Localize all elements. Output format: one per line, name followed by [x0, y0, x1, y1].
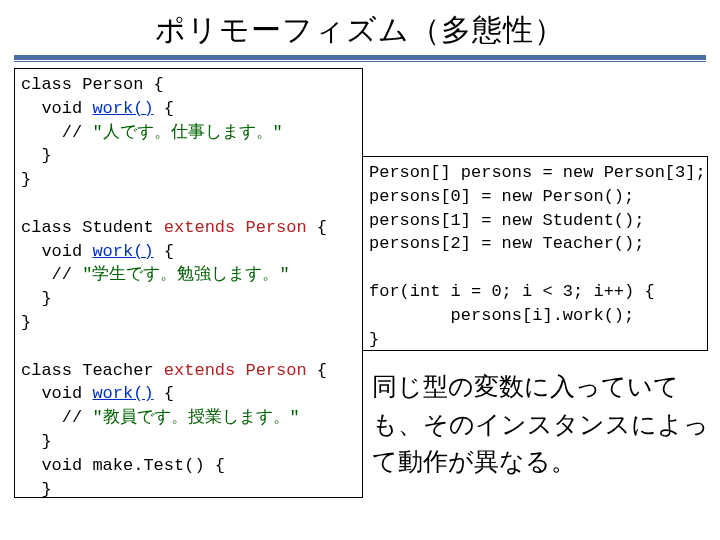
code-method: work()	[92, 99, 153, 118]
code-line: void make.Test() {	[21, 456, 225, 475]
code-line: {	[307, 218, 327, 237]
code-line: void	[21, 242, 92, 261]
code-line: }	[369, 330, 379, 349]
code-right: Person[] persons = new Person[3]; person…	[362, 156, 708, 351]
code-line: {	[154, 384, 174, 403]
code-method: work()	[92, 384, 153, 403]
code-line: void	[21, 384, 92, 403]
code-line: class Student	[21, 218, 164, 237]
code-line: {	[154, 99, 174, 118]
slide: ポリモーフィズム（多態性） class Person { void work()…	[0, 0, 720, 540]
code-line: //	[21, 123, 92, 142]
title-rule-thick	[14, 55, 706, 60]
title-area: ポリモーフィズム（多態性）	[14, 10, 706, 51]
content-area: class Person { void work() { // "人です。仕事し…	[14, 68, 706, 508]
title-rule-thin	[14, 61, 706, 62]
slide-title: ポリモーフィズム（多態性）	[14, 10, 706, 51]
code-line: }	[21, 289, 52, 308]
code-line: class Person {	[21, 75, 164, 94]
code-line: persons[1] = new Student();	[369, 211, 644, 230]
code-line: }	[21, 170, 31, 189]
code-string: "人です。仕事します。"	[92, 123, 282, 142]
code-extends: extends Person	[164, 361, 307, 380]
code-line: //	[21, 408, 92, 427]
code-line: }	[21, 480, 52, 498]
code-string: "学生です。勉強します。"	[82, 265, 289, 284]
code-line: }	[21, 146, 52, 165]
code-line: //	[21, 265, 82, 284]
code-line: persons[2] = new Teacher();	[369, 234, 644, 253]
code-left: class Person { void work() { // "人です。仕事し…	[14, 68, 363, 498]
code-line: {	[154, 242, 174, 261]
code-line: void	[21, 99, 92, 118]
code-line: persons[i].work();	[369, 306, 634, 325]
code-extends: extends Person	[164, 218, 307, 237]
code-line: }	[21, 432, 52, 451]
code-line: {	[307, 361, 327, 380]
code-line: for(int i = 0; i < 3; i++) {	[369, 282, 655, 301]
code-line: Person[] persons = new Person[3];	[369, 163, 706, 182]
code-line: persons[0] = new Person();	[369, 187, 634, 206]
code-line: }	[21, 313, 31, 332]
caption-text: 同じ型の変数に入っていても、そのインスタンスによって動作が異なる。	[372, 368, 710, 481]
code-line: class Teacher	[21, 361, 164, 380]
code-method: work()	[92, 242, 153, 261]
code-string: "教員です。授業します。"	[92, 408, 299, 427]
